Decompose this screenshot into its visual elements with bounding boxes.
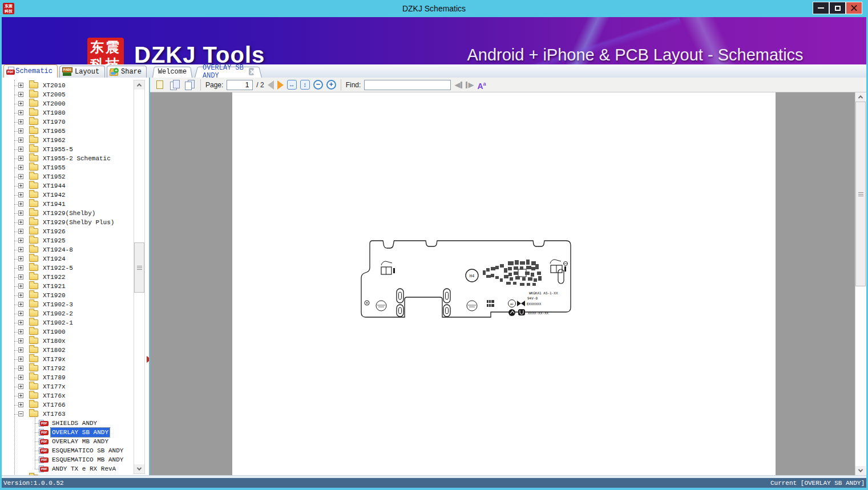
expand-icon[interactable]	[18, 192, 23, 197]
tree-folder-label[interactable]: XT1802	[42, 346, 67, 355]
tree-folder-label[interactable]: XT1766	[42, 400, 67, 410]
tab-share[interactable]: + Share	[107, 66, 147, 78]
expand-icon[interactable]	[18, 293, 23, 298]
scroll-down-icon[interactable]	[855, 466, 866, 475]
tree-pdf-item[interactable]: PDFOVERLAY MB ANDY	[2, 437, 133, 446]
expand-icon[interactable]	[18, 119, 23, 124]
doc-tab-overlay-sb-andy[interactable]: OVERLAY SB ANDY	[195, 66, 262, 78]
tree-folder-item[interactable]: XT1942	[2, 191, 133, 200]
tree-folder-label[interactable]: XT1789	[42, 373, 67, 382]
expand-icon[interactable]	[18, 256, 23, 261]
expand-icon[interactable]	[18, 311, 23, 316]
expand-icon[interactable]	[18, 284, 23, 289]
expand-icon[interactable]	[18, 265, 23, 270]
tree-folder-label[interactable]: XT1792	[42, 364, 67, 373]
tree-folder-item[interactable]: XT1902-1	[2, 318, 133, 327]
tree-folder-label[interactable]: XT1902-3	[42, 300, 74, 309]
find-previous-icon[interactable]: ◀	[454, 80, 462, 89]
tree-folder-item[interactable]: XT1944	[2, 181, 133, 191]
tree-pdf-label[interactable]: ANDY TX e RX RevA	[51, 464, 117, 473]
tree-folder-item[interactable]: XT177x	[2, 382, 133, 391]
find-input[interactable]	[364, 80, 451, 90]
tree-folder-item[interactable]: XT1902-3	[2, 300, 133, 309]
expand-icon[interactable]	[18, 92, 23, 97]
zoom-in-icon[interactable]: +	[326, 80, 336, 90]
expand-icon[interactable]	[18, 101, 23, 106]
tree-folder-label[interactable]: XT1929(Shelby Plus)	[42, 218, 115, 227]
tree-folder-item[interactable]: XT1970	[2, 118, 133, 127]
tree-folder-item[interactable]: XT2000	[2, 99, 133, 108]
expand-icon[interactable]	[18, 137, 23, 143]
tree-folder-item[interactable]: XT1921	[2, 282, 133, 291]
tree-pdf-label[interactable]: SHIELDS ANDY	[51, 419, 98, 428]
next-page-icon[interactable]	[277, 80, 284, 90]
tree-scrollbar[interactable]	[134, 80, 145, 474]
tree-folder-label[interactable]: XT1941	[42, 200, 67, 209]
tree-folder-item[interactable]: XT1955-2 Schematic	[2, 154, 133, 163]
tree-folder-item[interactable]: XT1965	[2, 127, 133, 136]
zoom-out-icon[interactable]: −	[313, 80, 323, 90]
tree-folder-label[interactable]: XT1955-5	[42, 145, 74, 154]
tree-folder-item[interactable]: XT179x	[2, 355, 133, 364]
expand-icon[interactable]	[18, 366, 23, 371]
tree-folder-item[interactable]: XT1929(Shelby Plus)	[2, 218, 133, 227]
tree-folder-item[interactable]: XT1763	[2, 410, 133, 419]
tree-folder-item[interactable]: XT1792	[2, 364, 133, 373]
find-next-icon[interactable]: ▶	[466, 80, 474, 89]
tree-folder-label[interactable]: XT1980	[42, 108, 67, 118]
collapse-icon[interactable]	[18, 411, 23, 416]
tree-pdf-label[interactable]: ESQUEMATICO MB ANDY	[51, 455, 124, 464]
tree-folder-label[interactable]: XT176x	[42, 391, 67, 400]
expand-icon[interactable]	[18, 210, 23, 216]
splitter-collapse-arrow[interactable]	[147, 356, 150, 363]
tree-folder-item[interactable]: XT1922	[2, 273, 133, 282]
close-button[interactable]	[846, 2, 862, 14]
tree-folder-item[interactable]: XT1929(Shelby)	[2, 209, 133, 218]
tree-folder-label[interactable]: XT1924	[42, 254, 67, 264]
tree-folder-label[interactable]: XT1962	[42, 136, 67, 145]
tree-folder-label[interactable]: XT2005	[42, 90, 67, 99]
tree-folder-item[interactable]: XT176x	[2, 391, 133, 400]
expand-icon[interactable]	[18, 393, 23, 398]
expand-icon[interactable]	[18, 147, 23, 152]
scroll-up-icon[interactable]	[855, 92, 866, 102]
tree-folder-item[interactable]: XT2010	[2, 81, 133, 90]
expand-icon[interactable]	[18, 274, 23, 280]
tree-folder-label[interactable]: XT1965	[42, 127, 67, 136]
tree-folder-label[interactable]: XT1970	[42, 118, 67, 127]
tree-pdf-label[interactable]: OVERLAY MB ANDY	[51, 437, 110, 446]
tree-folder-item[interactable]: XT1902-2	[2, 309, 133, 318]
expand-icon[interactable]	[18, 165, 23, 170]
expand-icon[interactable]	[18, 201, 23, 206]
tree-folder-item[interactable]: XT1962	[2, 136, 133, 145]
expand-icon[interactable]	[18, 156, 23, 161]
tree-folder-item[interactable]: XT1802	[2, 346, 133, 355]
tree-folder-label[interactable]: XT1924-8	[42, 245, 74, 254]
tree-scrollbar-thumb[interactable]	[134, 242, 144, 293]
tree-folder-label[interactable]: XT1902-2	[42, 309, 74, 318]
tree-pdf-item[interactable]: PDFSHIELDS ANDY	[2, 419, 133, 428]
tree-folder-item[interactable]: XT1926	[2, 227, 133, 236]
expand-icon[interactable]	[18, 375, 23, 380]
copy-page-icon[interactable]	[155, 79, 166, 91]
tree-folder-item[interactable]: XT1789	[2, 373, 133, 382]
minimize-button[interactable]	[813, 2, 829, 14]
tree-folder-label[interactable]: XT1944	[42, 181, 67, 191]
viewer-scrollbar[interactable]	[855, 92, 866, 475]
expand-icon[interactable]	[18, 402, 23, 407]
tree-folder-label[interactable]: XT1902-1	[42, 318, 74, 327]
tree-folder-item[interactable]: XT1955	[2, 163, 133, 172]
tree-pdf-label[interactable]: ESQUEMATICO SB ANDY	[51, 446, 124, 455]
expand-icon[interactable]	[18, 229, 23, 234]
tree-folder-label[interactable]: XT1955-2 Schematic	[42, 154, 112, 163]
expand-icon[interactable]	[18, 128, 23, 133]
tree-folder-item[interactable]: XT1955-5	[2, 145, 133, 154]
fit-page-icon[interactable]: ↕	[300, 80, 310, 90]
tree-pdf-item[interactable]: PDFESQUEMATICO SB ANDY	[2, 446, 133, 455]
expand-icon[interactable]	[18, 329, 23, 334]
viewer-scrollbar-thumb[interactable]	[855, 102, 866, 286]
tree-folder-label[interactable]: XT1921	[42, 282, 67, 291]
rotate-cw-icon[interactable]	[169, 79, 181, 91]
page-number-input[interactable]	[227, 80, 253, 90]
expand-icon[interactable]	[18, 357, 23, 362]
